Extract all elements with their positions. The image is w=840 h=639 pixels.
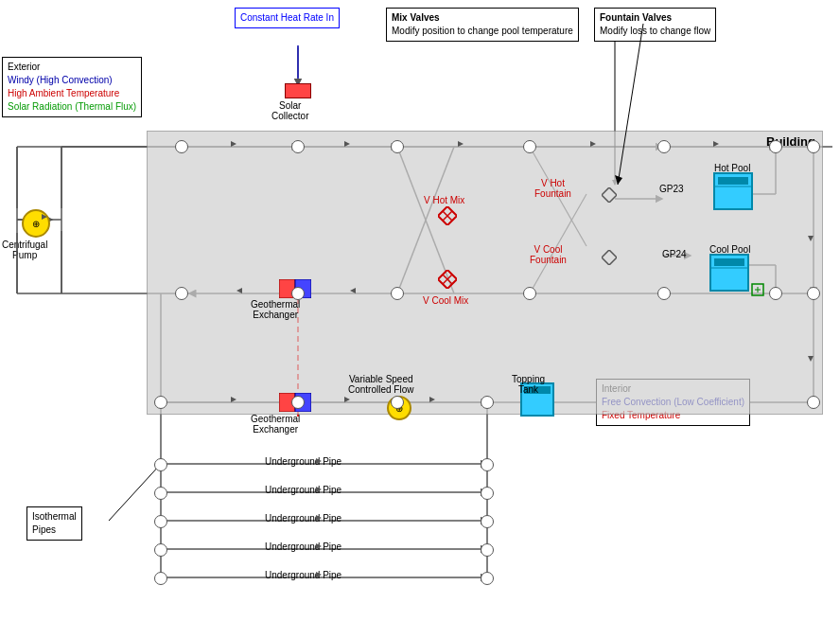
v-hot-fountain-label: V HotFountain xyxy=(534,178,571,199)
mix-valves-desc: Modify position to change pool temperatu… xyxy=(392,25,573,38)
node-ug-r1 xyxy=(481,458,494,471)
node-ug-l4 xyxy=(154,543,167,557)
node-ug-l1 xyxy=(154,458,167,471)
node-top-2 xyxy=(291,140,305,153)
v-hot-fountain-valve[interactable] xyxy=(602,187,617,204)
exterior-title: Exterior xyxy=(8,61,136,74)
node-top-5 xyxy=(657,140,671,153)
node-bot-2 xyxy=(291,396,305,409)
mix-valves-title: Mix Valves xyxy=(392,11,573,25)
node-mid-3 xyxy=(391,287,404,300)
node-top-1 xyxy=(175,140,188,153)
v-cool-mix-label: V Cool Mix xyxy=(423,295,468,306)
node-bot-3 xyxy=(391,396,404,409)
node-bot-5 xyxy=(807,396,820,409)
cool-pool-label: Cool Pool xyxy=(709,244,750,255)
topping-tank-label: ToppingTank xyxy=(512,374,545,395)
underground-pipe-5: Underground Pipe xyxy=(265,570,341,580)
constant-heat-rate-box: Constant Heat Rate In xyxy=(235,8,340,28)
fountain-valves-desc: Modify loss to change flow xyxy=(600,25,710,38)
exterior-line2: High Ambient Temperature xyxy=(8,87,136,100)
centrifugal-pump: ⊕ xyxy=(21,208,51,240)
v-hot-mix-valve[interactable] xyxy=(438,206,457,227)
node-mid-5 xyxy=(657,287,671,300)
node-ug-r2 xyxy=(481,487,494,500)
hot-pool xyxy=(713,172,753,212)
node-ug-l2 xyxy=(154,487,167,500)
svg-marker-83 xyxy=(602,250,617,265)
svg-line-57 xyxy=(109,464,161,521)
underground-pipe-3: Underground Pipe xyxy=(265,513,341,524)
exterior-box: Exterior Windy (High Convection) High Am… xyxy=(2,57,142,117)
fountain-valves-box: Fountain Valves Modify loss to change fl… xyxy=(594,8,716,42)
isothermal-label-text: Isothermal Pipes xyxy=(32,511,77,535)
constant-heat-rate-label: Constant Heat Rate In xyxy=(240,12,334,23)
v-cool-fountain-valve[interactable] xyxy=(602,250,617,267)
node-bot-4 xyxy=(481,396,494,409)
node-ug-r5 xyxy=(481,572,494,585)
exterior-line1: Windy (High Convection) xyxy=(8,74,136,87)
hot-pool-label: Hot Pool xyxy=(714,163,750,173)
node-mid-2 xyxy=(291,287,305,300)
gp23-label: GP23 xyxy=(659,184,684,194)
underground-pipe-1: Underground Pipe xyxy=(265,456,341,467)
exterior-line3: Solar Radiation (Thermal Flux) xyxy=(8,100,136,114)
v-cool-mix-valve[interactable] xyxy=(438,270,457,291)
solar-collector xyxy=(285,83,311,98)
node-top-6 xyxy=(769,140,782,153)
cool-pool xyxy=(709,254,749,293)
svg-rect-72 xyxy=(714,258,744,266)
node-top-7 xyxy=(807,140,820,153)
solar-collector-label: SolarCollector xyxy=(271,100,308,121)
diagram-container: Constant Heat Rate In Mix Valves Modify … xyxy=(0,0,840,639)
node-mid-4 xyxy=(523,287,536,300)
svg-text:⊕: ⊕ xyxy=(32,219,40,229)
node-ug-l3 xyxy=(154,515,167,528)
centrifugal-pump-label: CentrifugalPump xyxy=(2,240,47,260)
overflow-icon xyxy=(750,282,765,299)
v-cool-fountain-label: V CoolFountain xyxy=(530,244,567,265)
node-ug-r4 xyxy=(481,543,494,557)
node-mid-7 xyxy=(807,287,820,300)
geothermal-exchanger-top-label: GeothermalExchanger xyxy=(251,299,300,320)
node-top-4 xyxy=(523,140,536,153)
underground-pipe-2: Underground Pipe xyxy=(265,485,341,495)
v-hot-mix-label: V Hot Mix xyxy=(424,195,464,205)
fountain-valves-title: Fountain Valves xyxy=(600,11,710,25)
node-top-3 xyxy=(391,140,404,153)
svg-rect-69 xyxy=(718,177,748,185)
node-ug-l5 xyxy=(154,572,167,585)
geothermal-exchanger-bottom-label: GeothermalExchanger xyxy=(251,414,300,435)
node-mid-6 xyxy=(769,287,782,300)
svg-marker-82 xyxy=(602,187,617,203)
node-bot-1 xyxy=(154,396,167,409)
underground-pipe-4: Underground Pipe xyxy=(265,541,341,552)
node-ug-r3 xyxy=(481,515,494,528)
mix-valves-box: Mix Valves Modify position to change poo… xyxy=(386,8,579,42)
variable-speed-label: Variable SpeedControlled Flow xyxy=(348,374,413,395)
node-mid-1 xyxy=(175,287,188,300)
gp24-label: GP24 xyxy=(662,249,687,259)
